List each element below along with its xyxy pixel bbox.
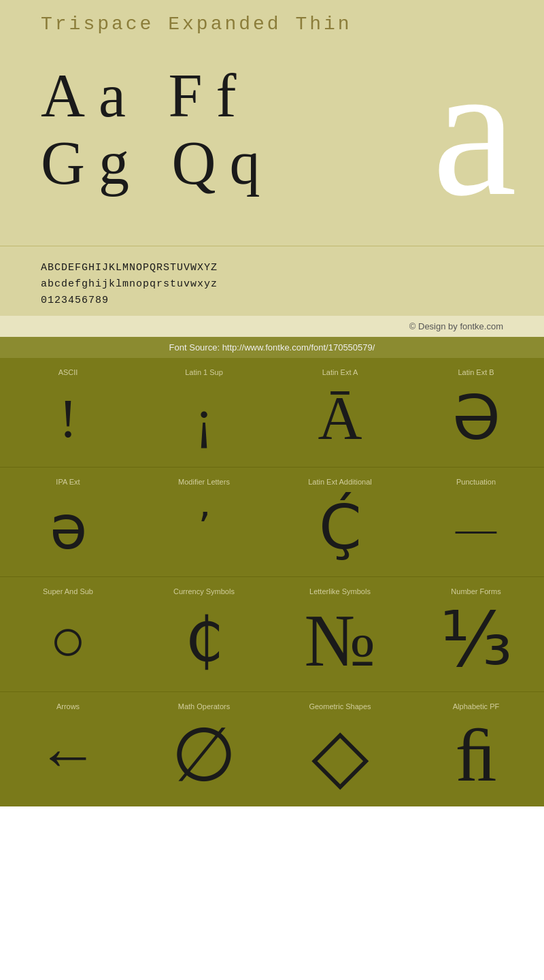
- glyph-cell-latinexta: Latin Ext A Ā: [272, 358, 408, 467]
- glyph-label-latinexta: Latin Ext A: [322, 368, 358, 377]
- glyph-char-supersub: ○: [50, 603, 86, 678]
- glyph-row-2: IPA Ext ə Modifier Letters ʼ Latin Ext A…: [0, 468, 544, 576]
- glyph-label-supersub: Super And Sub: [43, 587, 93, 596]
- glyph-label-numforms: Number Forms: [451, 587, 500, 596]
- glyph-cell-latinextadd: Latin Ext Additional Ḉ: [272, 468, 408, 576]
- glyph-char-geoshapes: ◇: [311, 718, 369, 793]
- glyph-label-ascii: ASCII: [58, 368, 78, 377]
- glyph-label-mathops: Math Operators: [178, 702, 230, 711]
- glyph-cell-arrows: Arrows ←: [0, 692, 136, 806]
- glyph-char-currency: ₵: [185, 603, 224, 678]
- glyph-char-punctuation: —: [456, 493, 496, 563]
- glyph-cell-currency: Currency Symbols ₵: [136, 577, 272, 691]
- glyph-label-arrows: Arrows: [56, 702, 80, 711]
- letter-pairs: Aa Ff Gg Qq: [41, 62, 274, 197]
- glyph-label-letterlike: Letterlike Symbols: [309, 587, 371, 596]
- glyph-char-latin1sup: ¡: [195, 384, 214, 453]
- glyph-label-punctuation: Punctuation: [456, 478, 496, 487]
- glyph-row-3: Super And Sub ○ Currency Symbols ₵ Lette…: [0, 577, 544, 691]
- glyph-cell-mathops: Math Operators ∅: [136, 692, 272, 806]
- glyph-cell-alphabeticpf: Alphabetic PF ﬁ: [408, 692, 544, 806]
- glyph-cell-geoshapes: Geometric Shapes ◇: [272, 692, 408, 806]
- glyph-char-arrows: ←: [37, 718, 99, 793]
- glyph-char-numforms: ⅓: [440, 603, 513, 678]
- glyph-cell-ipaext: IPA Ext ə: [0, 468, 136, 576]
- glyph-char-latinextb: Ə: [452, 384, 500, 453]
- glyph-cell-latin1sup: Latin 1 Sup ¡: [136, 358, 272, 467]
- letter-pair-2: Gg Qq: [41, 129, 274, 197]
- glyph-char-ipaext: ə: [50, 493, 87, 563]
- big-letter: a: [432, 35, 517, 225]
- glyph-row-4: Arrows ← Math Operators ∅ Geometric Shap…: [0, 692, 544, 806]
- glyph-label-alphabeticpf: Alphabetic PF: [453, 702, 499, 711]
- glyph-label-geoshapes: Geometric Shapes: [309, 702, 371, 711]
- glyph-char-ascii: !: [59, 384, 78, 453]
- glyph-label-currency: Currency Symbols: [173, 587, 235, 596]
- font-source: Font Source: http://www.fontke.com/font/…: [0, 337, 544, 358]
- alphabet-upper: ABCDEFGHIJKLMNOPQRSTUVWXYZ: [41, 260, 503, 276]
- glyph-label-modletters: Modifier Letters: [178, 478, 230, 487]
- alphabet-lower: abcdefghijklmnopqrstuvwxyz: [41, 276, 503, 293]
- glyph-cell-ascii: ASCII !: [0, 358, 136, 467]
- glyph-cell-latinextb: Latin Ext B Ə: [408, 358, 544, 467]
- letter-display: Aa Ff Gg Qq a: [0, 42, 544, 246]
- glyph-row-1: ASCII ! Latin 1 Sup ¡ Latin Ext A Ā Lati…: [0, 358, 544, 467]
- glyph-cell-numforms: Number Forms ⅓: [408, 577, 544, 691]
- glyph-char-modletters: ʼ: [198, 493, 211, 563]
- glyph-char-latinexta: Ā: [318, 384, 362, 453]
- glyph-section: ASCII ! Latin 1 Sup ¡ Latin Ext A Ā Lati…: [0, 358, 544, 806]
- glyph-label-latin1sup: Latin 1 Sup: [185, 368, 223, 377]
- glyph-label-ipaext: IPA Ext: [56, 478, 80, 487]
- letter-pair-1: Aa Ff: [41, 62, 274, 129]
- glyph-char-letterlike: №: [305, 603, 376, 678]
- glyph-char-alphabeticpf: ﬁ: [455, 718, 496, 793]
- glyph-cell-letterlike: Letterlike Symbols №: [272, 577, 408, 691]
- alphabet-section: ABCDEFGHIJKLMNOPQRSTUVWXYZ abcdefghijklm…: [0, 246, 544, 316]
- glyph-char-latinextadd: Ḉ: [319, 493, 362, 563]
- glyph-cell-punctuation: Punctuation —: [408, 468, 544, 576]
- copyright: © Design by fontke.com: [0, 316, 544, 337]
- glyph-label-latinextadd: Latin Ext Additional: [308, 478, 372, 487]
- glyph-cell-modletters: Modifier Letters ʼ: [136, 468, 272, 576]
- glyph-label-latinextb: Latin Ext B: [458, 368, 494, 377]
- glyph-cell-supersub: Super And Sub ○: [0, 577, 136, 691]
- alphabet-digits: 0123456789: [41, 293, 503, 309]
- glyph-char-mathops: ∅: [171, 718, 237, 793]
